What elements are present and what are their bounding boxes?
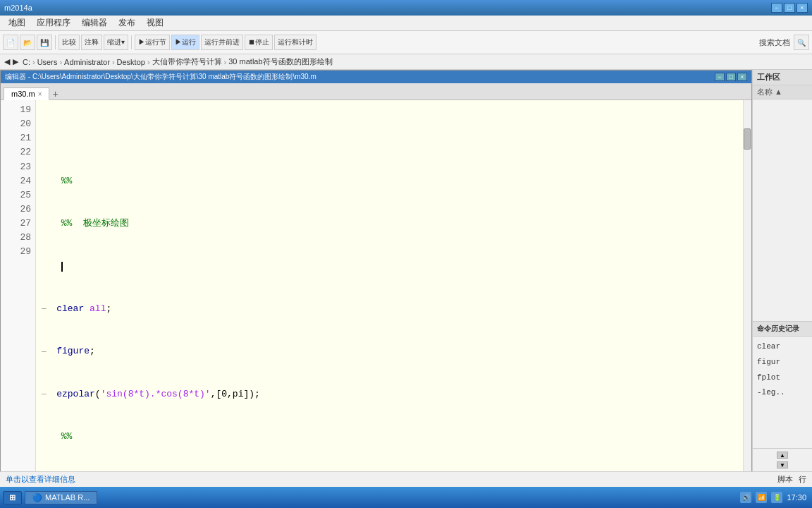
taskbar: ⊞ 🔵 MATLAB R... 🔊 📶 🔋 17:30	[0, 487, 812, 508]
sidebar-scroll: ▲ ▼	[753, 448, 812, 471]
history-item-0[interactable]: clear	[754, 339, 811, 355]
history-section: 命令历史记录 clear figur fplot -leg..	[753, 321, 812, 448]
toolbar-stop[interactable]: ⏹停止	[245, 35, 273, 50]
titlebar-title: m2014a	[4, 4, 32, 12]
workspace-title: 工作区	[753, 70, 812, 85]
toolbar-save[interactable]: 💾	[37, 35, 52, 50]
history-item-1[interactable]: figur	[754, 355, 811, 370]
workspace-items	[753, 99, 812, 321]
editor-titlebar: 编辑器 - C:\Users\Administrator\Desktop\大仙带…	[1, 71, 751, 83]
matlab-app-label: MATLAB R...	[45, 493, 90, 502]
addressbar: ◀ ▶ C: › Users › Administrator › Desktop…	[0, 54, 812, 70]
editor-title-text: 编辑器 - C:\Users\Administrator\Desktop\大仙带…	[5, 72, 316, 82]
menu-map[interactable]: 地图	[3, 16, 31, 30]
addr-part5: 30 matlab符号函数的图形绘制	[228, 56, 332, 67]
tray-icon-3[interactable]: 🔋	[771, 492, 782, 503]
menubar: 地图 应用程序 编辑器 发布 视图	[0, 16, 812, 31]
editor-title-buttons: − □ ×	[715, 73, 747, 81]
code-line-26: %%	[42, 430, 737, 444]
code-line-24: — figure;	[42, 344, 737, 358]
editor-window: 编辑器 - C:\Users\Administrator\Desktop\大仙带…	[0, 70, 752, 471]
code-content[interactable]: %% %% 极坐标绘图 — clear all; — figure; — ezp…	[36, 100, 743, 471]
statusbar: 单击以查看详细信息 脚本 行	[0, 471, 812, 487]
scroll-down[interactable]: ▼	[777, 461, 788, 468]
history-item-3[interactable]: -leg..	[754, 385, 811, 401]
nav-back[interactable]: ◀	[4, 57, 10, 66]
tab-m30-close[interactable]: ×	[38, 90, 42, 98]
tab-add[interactable]: +	[49, 88, 61, 99]
titlebar: m2014a − □ ×	[0, 0, 812, 16]
editor-close[interactable]: ×	[737, 73, 747, 81]
menu-apps[interactable]: 应用程序	[31, 16, 76, 30]
maximize-button[interactable]: □	[784, 3, 795, 13]
start-button[interactable]: ⊞	[3, 491, 22, 504]
search-button[interactable]: 🔍	[794, 35, 809, 50]
toolbar-sep2	[131, 35, 132, 49]
history-title: 命令历史记录	[753, 322, 812, 337]
workspace-col-name: 名称 ▲	[757, 87, 782, 97]
workspace-header: 名称 ▲	[753, 85, 812, 99]
toolbar-indent[interactable]: 缩进▾	[104, 35, 128, 50]
editor-maximize[interactable]: □	[726, 73, 736, 81]
addr-part3: Desktop	[117, 58, 145, 66]
workspace-title-text: 工作区	[757, 72, 780, 83]
toolbar-run-time[interactable]: 运行和计时	[274, 35, 316, 50]
history-item-2[interactable]: fplot	[754, 370, 811, 386]
statusbar-left: 单击以查看详细信息	[6, 474, 75, 485]
left-panel: 编辑器 - C:\Users\Administrator\Desktop\大仙带…	[0, 70, 752, 471]
history-list: clear figur fplot -leg..	[753, 337, 812, 448]
scroll-up[interactable]: ▲	[777, 452, 788, 459]
code-line-22	[42, 260, 737, 274]
search-label: 搜索文档	[757, 37, 792, 48]
toolbar-compare[interactable]: 比较	[59, 35, 80, 50]
tab-m30[interactable]: m30.m ×	[4, 87, 49, 100]
minimize-button[interactable]: −	[771, 3, 782, 13]
tab-m30-label: m30.m	[11, 90, 35, 98]
tray-icon-1[interactable]: 🔊	[740, 492, 751, 503]
statusbar-line: 行	[799, 474, 806, 485]
toolbar-sep1	[55, 35, 56, 49]
toolbar-run-advance[interactable]: 运行并前进	[201, 35, 243, 50]
menu-editor[interactable]: 编辑器	[76, 16, 113, 30]
addr-part2: Administrator	[64, 58, 110, 66]
editor-scrollbar-thumb[interactable]	[744, 128, 751, 150]
editor-scrollbar-v[interactable]	[743, 100, 751, 471]
toolbar: 📄 📂 💾 比较 注释 缩进▾ ▶运行节 ▶运行 运行并前进 ⏹停止 运行和计时…	[0, 31, 812, 54]
clock: 17:30	[787, 493, 806, 502]
toolbar-row1: 📄 📂 💾 比较 注释 缩进▾ ▶运行节 ▶运行 运行并前进 ⏹停止 运行和计时…	[3, 32, 809, 52]
editor-minimize[interactable]: −	[715, 73, 725, 81]
editor-tabs: m30.m × +	[1, 83, 751, 100]
toolbar-comment[interactable]: 注释	[81, 35, 102, 50]
tray-icon-2[interactable]: 📶	[756, 492, 767, 503]
code-line-20: %%	[42, 174, 737, 188]
menu-view[interactable]: 视图	[141, 16, 169, 30]
history-title-text: 命令历史记录	[757, 325, 799, 332]
main-area: 编辑器 - C:\Users\Administrator\Desktop\大仙带…	[0, 70, 812, 471]
menu-publish[interactable]: 发布	[113, 16, 141, 30]
code-line-23: — clear all;	[42, 302, 737, 316]
workspace-panel: 工作区 名称 ▲ 命令历史记录 clear figur fplot -leg..…	[752, 70, 812, 471]
addr-part0: C:	[23, 58, 30, 66]
statusbar-script: 脚本	[777, 474, 793, 485]
toolbar-run[interactable]: ▶运行	[171, 35, 199, 50]
close-button[interactable]: ×	[796, 3, 808, 13]
toolbar-run-section[interactable]: ▶运行节	[135, 35, 170, 50]
statusbar-right: 脚本 行	[777, 474, 806, 485]
statusbar-message[interactable]: 单击以查看详细信息	[6, 474, 75, 485]
toolbar-new[interactable]: 📄	[3, 35, 18, 50]
nav-forward[interactable]: ▶	[13, 57, 18, 66]
addr-part4: 大仙带你学符号计算	[152, 56, 222, 67]
code-line-19	[42, 131, 737, 145]
taskbar-matlab[interactable]: 🔵 MATLAB R...	[25, 491, 97, 504]
toolbar-open[interactable]: 📂	[20, 35, 35, 50]
addr-part1: Users	[37, 58, 58, 66]
line-numbers: 19 20 21 22 23 24 25 26 27 28 29	[1, 100, 36, 471]
code-line-25: — ezpolar('sin(8*t).*cos(8*t)',[0,pi]);	[42, 387, 737, 401]
code-editor: 19 20 21 22 23 24 25 26 27 28 29 %% %% 极	[1, 100, 751, 471]
code-line-21: %% 极坐标绘图	[42, 217, 737, 231]
matlab-icon: 🔵	[32, 493, 42, 502]
titlebar-controls: − □ ×	[771, 3, 808, 13]
taskbar-tray: 🔊 📶 🔋 17:30	[740, 492, 809, 503]
